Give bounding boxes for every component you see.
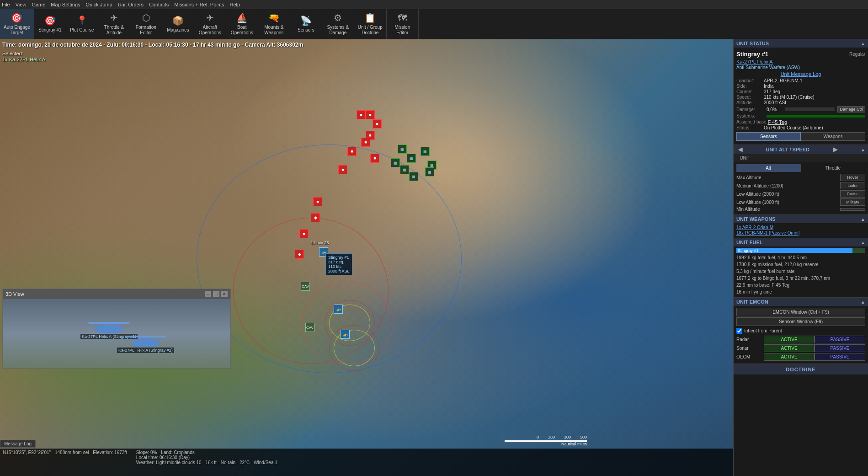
- red-unit-3[interactable]: ■: [373, 119, 382, 128]
- hover-button[interactable]: Hover: [840, 174, 865, 181]
- unit-group-doctrine-button[interactable]: 📋 Unit / GroupDoctrine: [354, 9, 387, 39]
- view-3d-close[interactable]: ✕: [221, 291, 228, 297]
- green-unit-2[interactable]: ▦: [407, 154, 416, 163]
- alt-speed-collapse[interactable]: ▲: [861, 147, 865, 152]
- sensors-button[interactable]: 📡 Sensors: [290, 9, 322, 39]
- medium-altitude-row: Medium Altitude (1200) Loiter: [736, 182, 865, 189]
- sensors-window-button[interactable]: Sensors Window (F9): [736, 317, 865, 326]
- damage-value: 0,0%: [767, 107, 783, 112]
- view-3d-maximize[interactable]: □: [213, 291, 219, 297]
- scale-500: 500: [580, 435, 587, 439]
- radar-active-button[interactable]: ACTIVE: [764, 336, 815, 343]
- damage-ctrl-button[interactable]: Damage Ctrl: [837, 106, 865, 112]
- unit-weapons-collapse[interactable]: ▲: [861, 217, 865, 222]
- red-unit-9[interactable]: ■: [313, 197, 322, 206]
- red-unit-7[interactable]: ■: [370, 154, 379, 163]
- throttle-col-header[interactable]: Throttle: [801, 164, 865, 172]
- auto-engage-label: Auto EngageTarget: [4, 25, 30, 36]
- loiter-button[interactable]: Loiter: [840, 182, 865, 189]
- view-3d-title: 3D View: [5, 291, 24, 297]
- mounts-weapons-button[interactable]: 🔫 Mounts &Weapons: [258, 9, 290, 39]
- sensors-toolbar-icon: 📡: [300, 15, 312, 26]
- emcon-window-button[interactable]: EMCON Window (Ctrl + F9): [736, 308, 865, 316]
- menu-game[interactable]: Game: [32, 2, 45, 7]
- unit-emcon-collapse[interactable]: ▲: [861, 300, 865, 305]
- alt-speed-left-arrow[interactable]: ◀: [736, 146, 744, 153]
- map-area[interactable]: Time: domingo, 20 de octubre de 2024 - Z…: [0, 39, 733, 476]
- bubble-speed: 110 kts: [328, 264, 350, 269]
- view-3d-minimize[interactable]: ─: [205, 291, 211, 297]
- red-unit-1[interactable]: ■: [357, 110, 366, 119]
- unit-type-link[interactable]: Ka-27PL Helix A: [736, 59, 865, 64]
- red-unit-8[interactable]: ■: [338, 165, 347, 174]
- alt-col-header[interactable]: Alt: [736, 164, 801, 172]
- sensors-tab[interactable]: Sensors: [736, 132, 801, 141]
- menu-map-settings[interactable]: Map Settings: [51, 2, 80, 7]
- fuel-detail-2: 5,3 kg / minute fuel burn rate: [736, 268, 865, 275]
- oecm-passive-button[interactable]: PASSIVE: [815, 353, 865, 361]
- unit-fuel-collapse[interactable]: ▲: [861, 240, 865, 245]
- throttle-altitude-button[interactable]: ✈ Throttle &Altitude: [98, 9, 130, 39]
- message-log-button[interactable]: Message Log: [0, 440, 36, 448]
- red-unit-2[interactable]: ■: [366, 110, 375, 119]
- inherit-checkbox[interactable]: [736, 328, 742, 334]
- systems-damage-button[interactable]: ⚙ Systems &Damage: [322, 9, 354, 39]
- damage-bar-bg: [785, 107, 835, 111]
- red-unit-12[interactable]: ◆: [295, 250, 304, 259]
- blue-unit-stingray2[interactable]: 🚁: [334, 305, 343, 314]
- cruise-button[interactable]: Cruise: [840, 190, 865, 198]
- weapons-tab[interactable]: Weapons: [801, 132, 865, 141]
- sonar-passive-button[interactable]: PASSIVE: [815, 344, 865, 352]
- green-unit-4[interactable]: ▦: [400, 165, 409, 174]
- formation-editor-button[interactable]: ⬡ FormationEditor: [130, 9, 162, 39]
- menu-quick-jump[interactable]: Quick Jump: [86, 2, 112, 7]
- course-label: Course:: [736, 89, 764, 94]
- throttle-label: Throttle &Altitude: [104, 25, 124, 36]
- alt-speed-title-bar: ◀ UNIT ALT / SPEED ▶ ▲: [734, 145, 868, 154]
- red-unit-11[interactable]: ■: [299, 229, 309, 238]
- boat-ops-icon: ⛵: [236, 12, 248, 23]
- red-unit-6[interactable]: ■: [347, 147, 357, 156]
- unit-message-log-link[interactable]: Unit Message Log: [781, 71, 821, 77]
- blue-unit-stingray3[interactable]: 🚁: [341, 330, 350, 339]
- heli-body-2: [132, 338, 159, 347]
- green-unit-5[interactable]: ▦: [421, 147, 430, 156]
- unit-status-collapse[interactable]: ▲: [861, 41, 865, 46]
- menu-help[interactable]: Help: [229, 2, 240, 7]
- unit-weapons-section: UNIT WEAPONS ▲ 1x APR-2 Orlan-M 18x RGB-…: [734, 215, 868, 238]
- alt-speed-right-arrow[interactable]: ▶: [831, 146, 839, 153]
- menu-view[interactable]: View: [16, 2, 27, 7]
- menu-unit-orders[interactable]: Unit Orders: [118, 2, 144, 7]
- boat-ops-button[interactable]: ⛵ BoatOperations: [226, 9, 258, 39]
- red-unit-5[interactable]: ■: [361, 138, 370, 147]
- oecm-label: OECM: [736, 354, 764, 359]
- green-unit-1[interactable]: ▦: [398, 144, 407, 154]
- green-unit-3[interactable]: ▦: [391, 158, 400, 167]
- aircraft-ops-button[interactable]: ✈ AircraftOperations: [194, 9, 226, 39]
- green-unit-8[interactable]: ▦: [425, 167, 434, 176]
- min-alt-action-button[interactable]: [840, 208, 865, 211]
- plot-course-button[interactable]: 📍 Plot Course: [66, 9, 98, 39]
- blue-unit-cav2[interactable]: CAV: [305, 323, 314, 332]
- sonar-active-button[interactable]: ACTIVE: [764, 344, 815, 352]
- unit-status-title: UNIT STATUS: [736, 41, 769, 46]
- mission-editor-button[interactable]: 🗺 MissionEditor: [387, 9, 419, 39]
- manual-engage-button[interactable]: 🎯 Stingray #1: [34, 9, 66, 39]
- radar-passive-button[interactable]: PASSIVE: [815, 336, 865, 343]
- auto-engage-button[interactable]: 🎯 Auto EngageTarget: [0, 9, 34, 39]
- blue-unit-cav[interactable]: CAV: [301, 282, 310, 291]
- formation-icon: ⬡: [142, 12, 150, 23]
- menu-contacts[interactable]: Contacts: [149, 2, 169, 7]
- doctrine-section[interactable]: DOCTRINE: [734, 364, 868, 374]
- menu-missions[interactable]: Missions + Ref. Points: [174, 2, 224, 7]
- mission-editor-icon: 🗺: [398, 13, 407, 23]
- military-button[interactable]: Military: [840, 198, 865, 206]
- weapon-item-2[interactable]: 18x RGB-NM-1 [Passive Omni]: [736, 230, 865, 235]
- green-unit-7[interactable]: ▦: [409, 172, 418, 181]
- magazines-button[interactable]: 📦 Magazines: [162, 9, 194, 39]
- red-unit-10[interactable]: ◆: [311, 213, 320, 222]
- menu-file[interactable]: File: [2, 2, 10, 7]
- weapon-item-1[interactable]: 1x APR-2 Orlan-M: [736, 225, 865, 230]
- oecm-active-button[interactable]: ACTIVE: [764, 353, 815, 361]
- assigned-base-value[interactable]: F 45 Teg: [767, 119, 787, 125]
